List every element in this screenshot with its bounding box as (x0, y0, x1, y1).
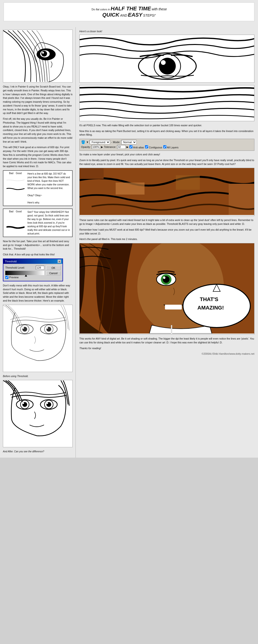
toolbar-mode-select[interactable]: Normal (121, 140, 136, 144)
threshold-content: Threshold Level: Preview OK Ca (5, 266, 60, 279)
closer-look-label: Here's a closer look! (79, 30, 254, 34)
comparison-box-1: Bad Good Here's a line at 600 dpi. DO NO… (3, 170, 72, 206)
bucket-icon: 🪣 (81, 140, 85, 144)
svg-point-16 (47, 327, 48, 329)
toolbar-tolerance-input[interactable] (117, 145, 126, 149)
left-column: Okay, I ink in Painter 6 using the Scrat… (0, 27, 76, 458)
closer-look-image-2 (79, 85, 254, 121)
panel-note: Here's the panel all filled in. This too… (79, 237, 254, 241)
svg-rect-32 (80, 168, 254, 215)
before-threshold-art (3, 305, 72, 371)
toolbar-row-1: 🪣 ▼ Foreground - Mode: Normal (81, 140, 253, 144)
toolbar-foreground-select[interactable]: Foreground (90, 140, 110, 144)
threshold-preview-checkbox[interactable] (5, 276, 8, 279)
closer-look-image-1 (79, 35, 254, 83)
zoomed-pixel-art (80, 168, 254, 215)
comparison-box-2: Bad Good See? Your wispy line VANISHED!!… (3, 208, 72, 237)
comp1-bad-label: Bad (9, 172, 14, 174)
toolbar-alllayers-label: All Layers (163, 145, 179, 149)
threshold-dialog: Threshold ✕ Threshold Level: (3, 258, 63, 281)
rules-note: These same rules can be applied with rea… (79, 218, 254, 226)
comp1-line-art (5, 175, 26, 194)
comp2-good-label: Good (16, 210, 22, 213)
toolbar-mode-label: Mode: (113, 141, 120, 144)
after-threshold-image: And After. Can you see the difference? (3, 380, 72, 453)
thanks-text: Thanks for reading! (79, 346, 254, 350)
secret-note: Remember how I said you MUST work at at … (79, 228, 254, 236)
svg-point-21 (22, 402, 24, 404)
para5: Click that. A box will pop up that looks… (3, 253, 72, 256)
paint-bucket-toolbar: 🪣 ▼ Foreground - Mode: Normal Opacity: ▶… (79, 139, 254, 151)
comp1-good-label: Good (16, 172, 22, 174)
header-suffix: STEPS!' (143, 14, 156, 17)
toolbar-tolerance-label: Tolerance: (104, 146, 116, 148)
header-big: HALF THE TIME (110, 6, 151, 12)
toolbar-antialias-checkbox[interactable] (129, 145, 132, 148)
svg-point-30 (161, 60, 166, 65)
para2: First off, ink the way you usually do. B… (3, 117, 72, 144)
right-column: Here's a closer look! (76, 27, 258, 458)
before-label: Before using Threshold. (3, 374, 72, 378)
comp2-text: See? Your wispy line VANISHED!!! Not goo… (28, 210, 71, 236)
manga-art-top (3, 30, 72, 82)
svg-point-3 (41, 51, 47, 56)
toolbar-opacity-input[interactable] (92, 145, 100, 149)
threshold-titlebar: Threshold ✕ (3, 259, 62, 264)
comp2-line-art (5, 214, 26, 233)
svg-rect-33 (116, 182, 144, 194)
svg-point-29 (159, 58, 176, 74)
after-threshold-art (3, 380, 72, 446)
svg-rect-7 (5, 216, 26, 222)
svg-rect-43 (165, 305, 182, 310)
toolbar-contiguous-checkbox[interactable] (145, 145, 148, 148)
svg-point-12 (22, 327, 24, 329)
header-quick: QUICK (102, 12, 119, 18)
comp1-text: Here's a line at 600 dpi. DO NOT do your… (28, 172, 71, 204)
threshold-close-button[interactable]: ✕ (58, 260, 61, 263)
toolbar-antialias-label: Anti-alias (129, 145, 144, 149)
svg-rect-31 (80, 85, 254, 120)
final-panel-art: THAT'S AMAZING! (80, 243, 254, 334)
svg-text:THAT'S: THAT'S (200, 296, 218, 302)
toolbar-arrow: ▼ (86, 141, 89, 144)
toolbar-opacity-label: Opacity: (81, 146, 91, 148)
before-threshold-image: Before using Threshold. (3, 305, 72, 378)
comp2-bad-label: Bad (9, 210, 14, 213)
after-label: And After. Can you see the difference? (3, 450, 72, 453)
svg-rect-36 (229, 184, 254, 215)
comp2-labels: Bad Good (9, 210, 22, 213)
threshold-main: Threshold Level: Preview (5, 266, 44, 279)
header-banner: 'Do flat colors in HALF THE TIME with th… (4, 2, 254, 21)
svg-rect-34 (176, 175, 200, 190)
svg-text:AMAZING!: AMAZING! (198, 305, 224, 311)
header-prefix: 'Do flat colors in (91, 8, 110, 11)
threshold-level-input[interactable] (36, 266, 44, 270)
threshold-level-row: Threshold Level: (5, 266, 44, 270)
header-mid: with these (152, 7, 167, 11)
threshold-ok-button[interactable]: OK (46, 266, 60, 270)
comp1-labels: Bad Good (9, 172, 22, 174)
toolbar-contiguous-label: Contiguous (145, 145, 162, 149)
comp1-image-area: Bad Good (4, 172, 26, 204)
threshold-gradient (5, 271, 44, 275)
threshold-level-label: Threshold Level: (5, 266, 36, 269)
para1: Okay, I ink in Painter 6 using the Scrat… (3, 85, 72, 115)
main-manga-image (3, 30, 72, 82)
threshold-buttons: OK Cancel (46, 266, 60, 279)
zoomed-pixel-image (79, 168, 254, 216)
svg-point-25 (47, 402, 48, 404)
header-easy: EASY (128, 12, 142, 18)
toolbar-tolerance-arrow: ▶ (126, 146, 128, 148)
threshold-preview-label: Preview (9, 276, 18, 279)
para4: Now for the fun part. Take your line art… (3, 240, 72, 251)
final-filled-panel: THAT'S AMAZING! (79, 243, 254, 334)
comp2-image-area: Bad Good (4, 210, 26, 236)
svg-rect-44 (171, 325, 172, 334)
threshold-title: Threshold (5, 260, 16, 263)
header-and: AND (120, 14, 127, 17)
works-note: This works for ANY kind of digital art. … (79, 337, 254, 344)
threshold-cancel-button[interactable]: Cancel (46, 271, 60, 275)
para3: This will ONLY look good at a minimum of… (3, 146, 72, 168)
svg-point-42 (163, 276, 166, 279)
toolbar-alllayers-checkbox[interactable] (163, 145, 166, 148)
